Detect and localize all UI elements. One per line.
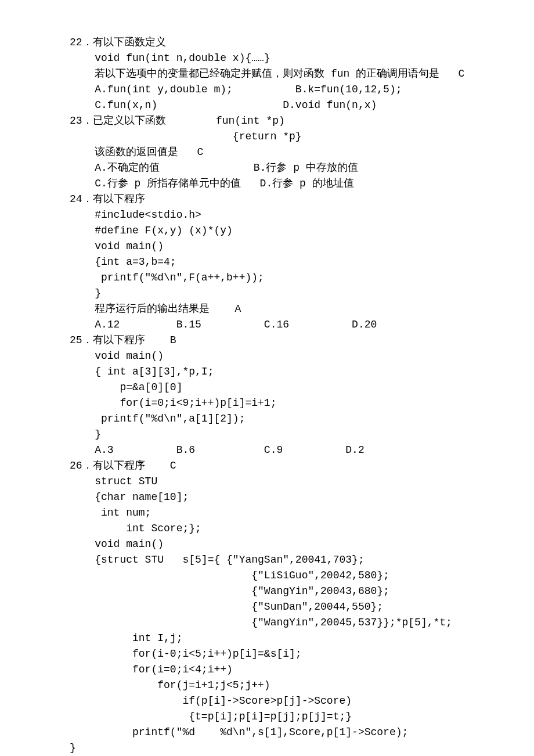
text-line: A.3 B.6 C.9 D.2: [70, 442, 464, 458]
text-line: int I,j;: [70, 631, 464, 646]
text-line: {int a=3,b=4;: [70, 254, 464, 270]
text-line: for(i=0;i<9;i++)p[i]=i+1;: [70, 395, 464, 411]
text-line: 该函数的返回值是 C: [70, 145, 464, 160]
text-line: {return *p}: [70, 129, 464, 145]
text-line: 26．有以下程序 C: [70, 458, 464, 474]
text-line: }: [70, 427, 464, 442]
text-line: {"LiSiGuo",20042,580};: [70, 568, 464, 584]
text-line: printf("%d\n",F(a++,b++));: [70, 270, 464, 286]
text-line: for(i-0;i<5;i++)p[i]=&s[i];: [70, 646, 464, 662]
text-line: }: [70, 740, 464, 756]
text-line: 若以下选项中的变量都已经确定并赋值，则对函数 fun 的正确调用语句是 C: [70, 66, 464, 82]
text-line: {t=p[i];p[i]=p[j];p[j]=t;}: [70, 709, 464, 725]
text-line: {char name[10];: [70, 489, 464, 505]
text-line: A.不确定的值 B.行参 p 中存放的值: [70, 160, 464, 176]
text-line: 24．有以下程序: [70, 192, 464, 207]
text-line: void main(): [70, 348, 464, 364]
text-line: 23．已定义以下函数 fun(int *p): [70, 113, 464, 129]
text-line: C.行参 p 所指存储单元中的值 D.行参 p 的地址值: [70, 176, 464, 192]
text-line: void fun(int n,double x){……}: [70, 51, 464, 66]
text-line: {"WangYin",20043,680};: [70, 584, 464, 599]
text-line: for(j=i+1;j<5;j++): [70, 678, 464, 693]
document-page: 22．有以下函数定义 void fun(int n,double x){……} …: [0, 0, 534, 756]
text-line: int Score;};: [70, 521, 464, 537]
text-line: {"SunDan",20044,550};: [70, 599, 464, 615]
text-line: {"WangYin",20045,537}};*p[5],*t;: [70, 615, 464, 631]
text-line: printf("%d\n",a[1][2]);: [70, 411, 464, 427]
text-line: struct STU: [70, 474, 464, 489]
text-line: int num;: [70, 505, 464, 521]
document-body: 22．有以下函数定义 void fun(int n,double x){……} …: [70, 35, 464, 756]
text-line: 25．有以下程序 B: [70, 333, 464, 348]
text-line: 程序运行后的输出结果是 A: [70, 301, 464, 317]
text-line: }: [70, 286, 464, 301]
text-line: #define F(x,y) (x)*(y): [70, 223, 464, 239]
text-line: void main(): [70, 537, 464, 552]
text-line: p=&a[0][0]: [70, 380, 464, 395]
text-line: A.fun(int y,double m); B.k=fun(10,12,5);: [70, 82, 464, 98]
text-line: void main(): [70, 239, 464, 254]
text-line: if(p[i]->Score>p[j]->Score): [70, 693, 464, 709]
text-line: for(i=0;i<4;i++): [70, 662, 464, 678]
text-line: printf("%d %d\n",s[1],Score,p[1]->Score)…: [70, 725, 464, 740]
text-line: #include<stdio.h>: [70, 207, 464, 223]
text-line: C.fun(x,n) D.void fun(n,x): [70, 98, 464, 113]
text-line: A.12 B.15 C.16 D.20: [70, 317, 464, 333]
text-line: { int a[3][3],*p,I;: [70, 364, 464, 380]
text-line: 22．有以下函数定义: [70, 35, 464, 51]
text-line: {struct STU s[5]={ {"YangSan",20041,703}…: [70, 552, 464, 568]
